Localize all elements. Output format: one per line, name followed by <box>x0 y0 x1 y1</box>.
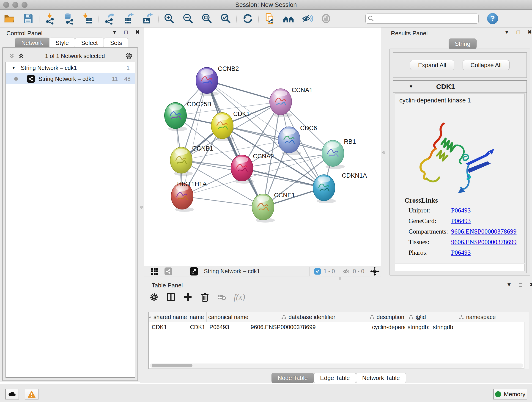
network-node-CCNB1[interactable] <box>170 147 193 176</box>
panel-float-icon[interactable]: □ <box>515 29 521 35</box>
network-row[interactable]: String Network – cdk1 11 48 <box>6 73 135 84</box>
open-in-window-icon[interactable] <box>190 267 198 275</box>
column-header-name[interactable]: name <box>187 312 207 322</box>
network-node-CDK1[interactable] <box>211 113 234 141</box>
import-network-file-button[interactable] <box>41 11 60 26</box>
column-header--id[interactable]: @id <box>405 312 430 322</box>
network-node-CCNE1[interactable] <box>252 194 275 223</box>
tab-node-table[interactable]: Node Table <box>272 373 314 383</box>
table-row[interactable]: CDK1CDK1P064939606.ENSP00000378699cyclin… <box>149 322 529 332</box>
panel-close-icon[interactable]: ✖ <box>529 281 532 288</box>
selected-checkbox-icon[interactable] <box>314 268 321 274</box>
tab-select[interactable]: Select <box>75 38 104 48</box>
birds-eye-grid-icon[interactable] <box>151 268 158 275</box>
network-node-CCNB2[interactable] <box>196 67 219 96</box>
entry-expander-icon[interactable]: ▼ <box>409 84 413 89</box>
zoom-in-button[interactable] <box>160 11 179 26</box>
cloud-button[interactable] <box>5 389 19 400</box>
zoom-selected-button[interactable] <box>216 11 235 26</box>
import-network-database-button[interactable] <box>60 11 78 26</box>
crosslink-link[interactable]: P06493 <box>451 207 471 214</box>
crosslink-link[interactable]: P06493 <box>451 249 471 256</box>
gear-icon[interactable] <box>125 51 133 60</box>
panel-close-icon[interactable]: ✖ <box>526 29 532 35</box>
tab-style[interactable]: Style <box>49 38 75 48</box>
show-columns-icon[interactable] <box>166 292 176 302</box>
add-column-plus-icon[interactable] <box>183 292 193 302</box>
tab-network[interactable]: Network <box>15 38 49 48</box>
crosslink-link[interactable]: 9606.ENSP00000378699 <box>451 228 516 235</box>
network-node-CDKN1A[interactable] <box>313 175 336 203</box>
clone-network-button[interactable] <box>260 11 279 26</box>
zoom-selected-icon <box>220 13 232 25</box>
column-header-namespace[interactable]: namespace <box>430 312 525 322</box>
window-zoom-button[interactable] <box>22 2 27 8</box>
window-close-button[interactable] <box>3 2 9 8</box>
protein-structure-image <box>409 117 499 199</box>
hide-selected-button[interactable] <box>298 11 317 26</box>
export-table-button[interactable] <box>119 11 138 26</box>
table-vertical-scroll-strip[interactable] <box>524 322 529 369</box>
open-session-button[interactable] <box>0 11 19 26</box>
zoom-out-button[interactable] <box>179 11 197 26</box>
network-node-CCNA1[interactable] <box>270 89 293 117</box>
help-button[interactable]: ? <box>487 13 498 24</box>
node-label-CCNA2: CCNA2 <box>253 153 274 160</box>
network-edge[interactable] <box>182 80 207 196</box>
zoom-fit-button[interactable] <box>197 11 216 26</box>
import-table-button[interactable] <box>78 11 97 26</box>
table-cell: P06493 <box>207 324 248 331</box>
table-settings-gear-icon[interactable] <box>149 292 159 302</box>
show-all-button[interactable] <box>317 11 336 26</box>
crosslink-label: Compartments: <box>409 228 451 235</box>
network-view-canvas[interactable]: CCNB2CCNA1CDC25BCDK1CDC6RB1CCNB1CCNA2CDK… <box>144 27 381 266</box>
refresh-button[interactable] <box>238 11 257 26</box>
search-input[interactable] <box>365 13 479 24</box>
table-horizontal-scrollbar[interactable] <box>150 364 523 368</box>
export-image-button[interactable] <box>138 11 157 26</box>
column-header-database-identifier[interactable]: database identifier <box>248 312 369 322</box>
horizontal-splitter[interactable] <box>140 276 532 280</box>
string-style-icon[interactable] <box>165 268 172 275</box>
network-edge[interactable] <box>182 196 263 207</box>
expand-all-button[interactable]: Expand All <box>410 60 454 70</box>
tab-edge-table[interactable]: Edge Table <box>314 373 356 383</box>
panel-collapse-icon[interactable]: ▼ <box>504 29 510 35</box>
warnings-button[interactable] <box>25 389 38 400</box>
network-edge[interactable] <box>207 80 263 207</box>
window-minimize-button[interactable] <box>12 2 18 8</box>
expand-all-networks-icon[interactable] <box>17 52 25 60</box>
houses-button[interactable] <box>279 11 298 26</box>
tree-expander-icon[interactable]: ▼ <box>12 65 16 70</box>
network-collection-row[interactable]: ▼ String Network – cdk1 1 <box>6 62 135 73</box>
tab-sets[interactable]: Sets <box>104 38 128 48</box>
fit-selected-crosshair-icon[interactable] <box>370 267 380 276</box>
right-splitter[interactable] <box>381 27 387 276</box>
network-edge[interactable] <box>207 80 281 102</box>
crosslink-link[interactable]: P06493 <box>451 217 471 225</box>
panel-float-icon[interactable]: □ <box>123 29 129 35</box>
network-tree: ▼ String Network – cdk1 1 String Network… <box>6 62 135 378</box>
crosslink-link[interactable]: 9606.ENSP00000378699 <box>451 238 516 246</box>
window-title: Session: New Session <box>0 0 532 10</box>
collapse-all-networks-icon[interactable] <box>8 52 16 60</box>
save-session-button[interactable] <box>19 11 38 26</box>
network-node-RB1[interactable] <box>322 140 345 169</box>
memory-button[interactable]: Memory <box>493 389 527 400</box>
collapse-all-button[interactable]: Collapse All <box>462 60 510 70</box>
crosslink-label: Uniprot: <box>409 207 451 214</box>
column-header-description[interactable]: description <box>369 312 405 322</box>
panel-collapse-icon[interactable]: ▼ <box>111 29 118 35</box>
scrollbar-thumb[interactable] <box>152 364 192 367</box>
node-result-header[interactable]: ▼ CDK1 <box>393 81 526 93</box>
export-network-button[interactable] <box>100 11 119 26</box>
delete-column-trash-icon[interactable] <box>200 292 210 302</box>
tab-network-table[interactable]: Network Table <box>356 373 406 383</box>
panel-collapse-icon[interactable]: ▼ <box>506 281 512 288</box>
column-header-shared-name[interactable]: shared name <box>149 312 187 322</box>
tab-string[interactable]: String <box>449 38 476 49</box>
panel-float-icon[interactable]: □ <box>517 281 524 288</box>
column-header-canonical-name[interactable]: canonical name <box>207 312 248 322</box>
left-splitter[interactable] <box>140 27 144 276</box>
network-node-CDC25B[interactable] <box>165 102 187 131</box>
